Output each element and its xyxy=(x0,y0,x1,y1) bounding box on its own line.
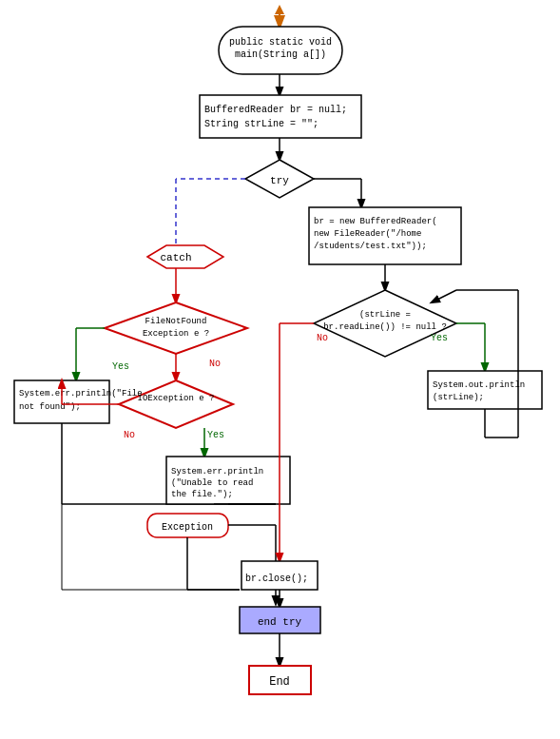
svg-rect-63 xyxy=(428,371,542,409)
svg-text:String strLine = "";: String strLine = ""; xyxy=(204,119,319,129)
svg-marker-17 xyxy=(105,302,247,354)
svg-text:br.readLine()) != null ?: br.readLine()) != null ? xyxy=(323,322,447,332)
svg-marker-25 xyxy=(119,380,233,428)
svg-marker-1 xyxy=(275,5,284,14)
svg-text:No: No xyxy=(317,333,328,343)
svg-text:("Unable to read: ("Unable to read xyxy=(171,478,253,488)
svg-text:System.err.println: System.err.println xyxy=(171,467,263,476)
svg-text:the file.");: the file."); xyxy=(171,490,233,499)
svg-text:End: End xyxy=(269,675,290,689)
svg-line-70 xyxy=(432,290,456,302)
svg-text:BufferedReader br = null;: BufferedReader br = null; xyxy=(204,105,347,115)
svg-text:try: try xyxy=(270,175,289,186)
svg-text:br = new BufferedReader(: br = new BufferedReader( xyxy=(314,217,437,226)
svg-text:catch: catch xyxy=(160,252,191,263)
svg-text:(strLine);: (strLine); xyxy=(433,393,484,402)
svg-text:(strLine =: (strLine = xyxy=(359,310,411,320)
flowchart: public static void main(String a[]) Buff… xyxy=(0,0,560,739)
svg-text:Exception: Exception xyxy=(162,522,213,533)
svg-text:System.err.println("File: System.err.println("File xyxy=(19,389,143,399)
svg-text:FileNotFound: FileNotFound xyxy=(145,317,207,326)
svg-text:IOException e ?: IOException e ? xyxy=(137,394,214,403)
svg-text:Exception e ?: Exception e ? xyxy=(143,329,209,339)
svg-text:public static void: public static void xyxy=(229,37,332,48)
svg-text:new FileReader("/home: new FileReader("/home xyxy=(314,229,421,239)
svg-text:end try: end try xyxy=(258,616,302,628)
svg-text:Yes: Yes xyxy=(112,361,129,372)
svg-text:No: No xyxy=(124,430,135,440)
svg-text:System.out.println: System.out.println xyxy=(433,380,525,390)
svg-text:br.close();: br.close(); xyxy=(245,574,308,584)
svg-text:No: No xyxy=(209,359,221,369)
svg-rect-6 xyxy=(200,95,361,138)
svg-text:/students/test.txt"));: /students/test.txt")); xyxy=(314,242,427,251)
svg-text:Yes: Yes xyxy=(207,430,224,440)
svg-text:main(String a[]): main(String a[]) xyxy=(235,49,326,60)
svg-text:Yes: Yes xyxy=(431,333,448,343)
